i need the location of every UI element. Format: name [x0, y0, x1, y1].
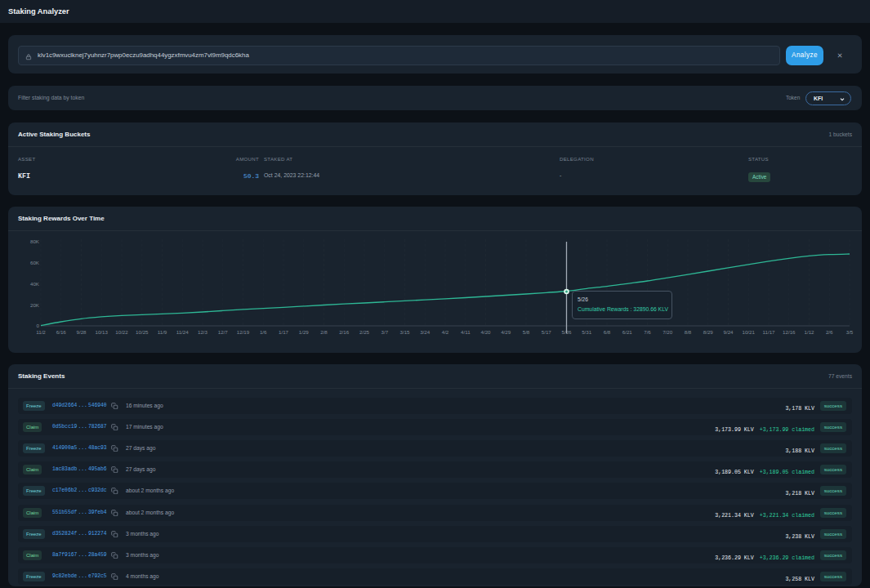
svg-text:6/8: 6/8 — [604, 329, 611, 335]
svg-text:8/29: 8/29 — [703, 329, 714, 335]
svg-text:11/9: 11/9 — [158, 329, 167, 335]
svg-text:3/24: 3/24 — [420, 329, 431, 335]
svg-text:6/16: 6/16 — [56, 329, 67, 335]
svg-text:5/17: 5/17 — [542, 329, 552, 335]
svg-text:60K: 60K — [30, 260, 40, 265]
svg-text:12/16: 12/16 — [783, 329, 796, 335]
svg-text:2/6: 2/6 — [826, 329, 833, 335]
svg-text:11/24: 11/24 — [176, 329, 190, 335]
svg-text:80K: 80K — [30, 238, 40, 244]
svg-text:11/17: 11/17 — [762, 329, 775, 335]
svg-text:2/8: 2/8 — [320, 329, 328, 335]
svg-text:7/6: 7/6 — [644, 329, 651, 335]
svg-text:12/19: 12/19 — [237, 329, 250, 335]
svg-text:2/16: 2/16 — [339, 329, 350, 335]
svg-text:4/2: 4/2 — [442, 329, 449, 335]
svg-text:8/8: 8/8 — [685, 329, 692, 335]
svg-text:1/29: 1/29 — [299, 329, 310, 335]
svg-text:20K: 20K — [30, 302, 40, 308]
svg-text:3/7: 3/7 — [381, 329, 388, 335]
svg-text:4/29: 4/29 — [501, 329, 511, 335]
svg-text:1/17: 1/17 — [279, 329, 289, 335]
svg-text:10/21: 10/21 — [742, 329, 755, 335]
svg-text:7/20: 7/20 — [663, 329, 673, 335]
svg-text:9/24: 9/24 — [723, 329, 734, 335]
svg-text:4/11: 4/11 — [461, 329, 471, 335]
svg-text:10/25: 10/25 — [136, 329, 149, 335]
svg-text:11/2: 11/2 — [36, 329, 46, 335]
svg-text:12/7: 12/7 — [218, 329, 229, 335]
svg-text:9/28: 9/28 — [76, 329, 87, 335]
svg-text:0: 0 — [37, 323, 40, 328]
svg-text:5/31: 5/31 — [582, 329, 592, 335]
svg-text:1/12: 1/12 — [804, 329, 814, 335]
svg-text:4/20: 4/20 — [480, 329, 491, 335]
svg-text:3/5: 3/5 — [846, 329, 854, 335]
svg-text:10/13: 10/13 — [95, 329, 108, 335]
svg-text:1/6: 1/6 — [260, 329, 267, 335]
svg-text:3/15: 3/15 — [399, 329, 410, 335]
svg-text:10/22: 10/22 — [115, 329, 128, 335]
svg-text:5/8: 5/8 — [523, 329, 530, 335]
svg-text:40K: 40K — [30, 281, 40, 287]
svg-text:6/21: 6/21 — [622, 329, 633, 335]
svg-text:2/25: 2/25 — [359, 329, 370, 335]
svg-text:12/3: 12/3 — [198, 329, 208, 335]
